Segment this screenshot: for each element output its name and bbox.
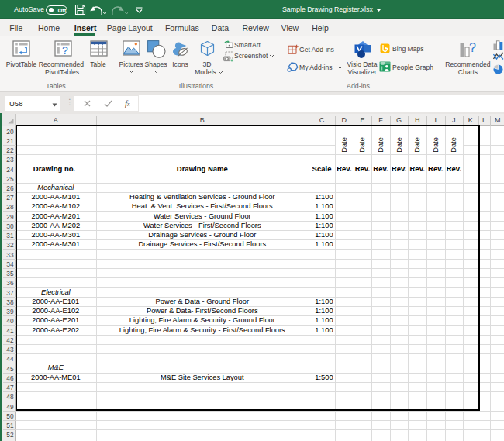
svg-text:?: ? xyxy=(62,44,68,57)
svg-text:?: ? xyxy=(469,41,476,54)
